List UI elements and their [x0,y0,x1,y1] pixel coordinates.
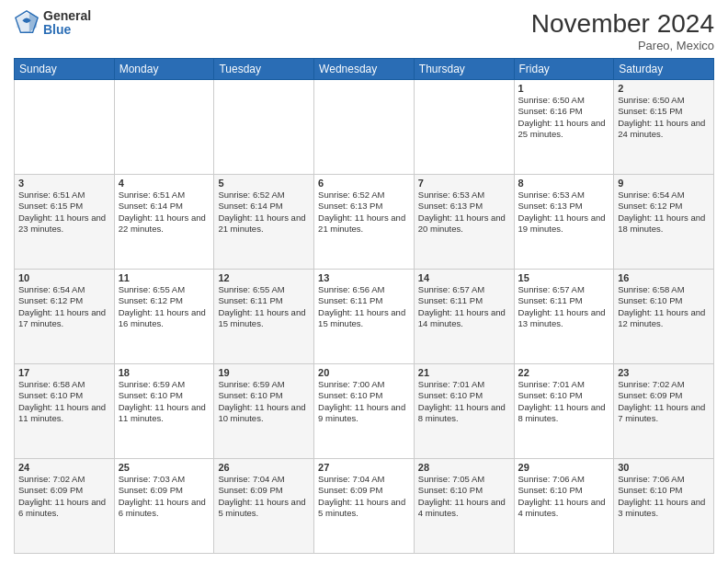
logo-icon [14,10,40,36]
logo-blue: Blue [43,23,91,37]
day-number: 12 [218,272,310,283]
calendar-cell: 18Sunrise: 6:59 AMSunset: 6:10 PMDayligh… [114,364,214,459]
calendar-cell: 8Sunrise: 6:53 AMSunset: 6:13 PMDaylight… [514,175,614,270]
calendar-week-row: 24Sunrise: 7:02 AMSunset: 6:09 PMDayligh… [15,459,714,554]
day-number: 3 [18,178,110,189]
day-info: Sunrise: 6:54 AM [18,284,110,295]
day-info: Sunset: 6:14 PM [218,201,310,212]
day-info: Sunset: 6:13 PM [518,201,610,212]
day-info: Sunrise: 6:56 AM [318,284,410,295]
day-info: Daylight: 11 hours and 15 minutes. [218,307,310,330]
day-number: 25 [119,462,210,473]
day-info: Sunset: 6:10 PM [418,390,510,401]
day-info: Daylight: 11 hours and 24 minutes. [618,118,710,141]
day-info: Sunset: 6:12 PM [119,295,210,306]
day-info: Daylight: 11 hours and 25 minutes. [518,118,610,141]
day-info: Daylight: 11 hours and 11 minutes. [119,402,210,425]
calendar-cell [214,80,314,175]
day-info: Daylight: 11 hours and 6 minutes. [18,497,110,520]
calendar-cell: 28Sunrise: 7:05 AMSunset: 6:10 PMDayligh… [414,459,514,554]
day-number: 1 [518,83,610,94]
calendar-cell: 10Sunrise: 6:54 AMSunset: 6:12 PMDayligh… [15,270,115,364]
day-info: Sunrise: 7:04 AM [318,474,410,485]
weekday-header-row: SundayMondayTuesdayWednesdayThursdayFrid… [15,59,714,80]
day-info: Sunrise: 7:05 AM [418,474,510,485]
title-block: November 2024 Pareo, Mexico [531,9,714,52]
day-number: 18 [119,367,210,378]
day-number: 14 [418,272,510,283]
calendar-cell: 23Sunrise: 7:02 AMSunset: 6:09 PMDayligh… [614,364,714,459]
day-info: Sunrise: 7:06 AM [618,474,710,485]
day-info: Sunset: 6:13 PM [418,201,510,212]
calendar-cell: 6Sunrise: 6:52 AMSunset: 6:13 PMDaylight… [314,175,415,270]
day-info: Daylight: 11 hours and 4 minutes. [518,497,610,520]
day-info: Sunset: 6:10 PM [18,390,110,401]
calendar-cell: 12Sunrise: 6:55 AMSunset: 6:11 PMDayligh… [214,270,314,364]
day-info: Daylight: 11 hours and 10 minutes. [218,402,310,425]
day-info: Sunset: 6:10 PM [518,390,610,401]
day-info: Daylight: 11 hours and 16 minutes. [119,307,210,330]
day-info: Sunrise: 6:50 AM [618,95,710,106]
day-info: Sunrise: 6:53 AM [518,190,610,201]
calendar-cell: 11Sunrise: 6:55 AMSunset: 6:12 PMDayligh… [114,270,214,364]
header: General Blue November 2024 Pareo, Mexico [14,9,714,52]
calendar-cell: 29Sunrise: 7:06 AMSunset: 6:10 PMDayligh… [514,459,614,554]
day-info: Sunset: 6:10 PM [318,390,410,401]
day-info: Daylight: 11 hours and 18 minutes. [618,213,710,236]
day-info: Daylight: 11 hours and 15 minutes. [318,307,410,330]
day-info: Sunrise: 7:06 AM [518,474,610,485]
day-info: Sunset: 6:13 PM [318,201,410,212]
day-info: Sunset: 6:09 PM [318,485,410,496]
day-number: 19 [218,367,310,378]
day-number: 11 [119,272,210,283]
day-info: Daylight: 11 hours and 11 minutes. [18,402,110,425]
day-number: 28 [418,462,510,473]
calendar-cell: 27Sunrise: 7:04 AMSunset: 6:09 PMDayligh… [314,459,415,554]
day-info: Sunrise: 6:55 AM [218,284,310,295]
day-info: Sunset: 6:10 PM [518,485,610,496]
day-info: Daylight: 11 hours and 13 minutes. [518,307,610,330]
calendar-cell: 14Sunrise: 6:57 AMSunset: 6:11 PMDayligh… [414,270,514,364]
calendar-cell: 4Sunrise: 6:51 AMSunset: 6:14 PMDaylight… [114,175,214,270]
day-info: Sunset: 6:09 PM [18,485,110,496]
calendar-cell: 15Sunrise: 6:57 AMSunset: 6:11 PMDayligh… [514,270,614,364]
day-info: Sunset: 6:09 PM [218,485,310,496]
day-info: Daylight: 11 hours and 9 minutes. [318,402,410,425]
day-info: Sunrise: 6:57 AM [418,284,510,295]
day-number: 17 [18,367,110,378]
day-number: 15 [518,272,610,283]
day-number: 16 [618,272,710,283]
calendar-cell [114,80,214,175]
calendar-cell: 21Sunrise: 7:01 AMSunset: 6:10 PMDayligh… [414,364,514,459]
weekday-header: Sunday [15,59,115,80]
day-info: Sunset: 6:14 PM [119,201,210,212]
day-number: 6 [318,178,410,189]
day-info: Sunrise: 7:00 AM [318,379,410,390]
calendar-cell: 24Sunrise: 7:02 AMSunset: 6:09 PMDayligh… [15,459,115,554]
day-info: Sunset: 6:10 PM [218,390,310,401]
day-info: Sunset: 6:11 PM [518,295,610,306]
day-number: 4 [119,178,210,189]
day-info: Daylight: 11 hours and 6 minutes. [119,497,210,520]
day-info: Daylight: 11 hours and 4 minutes. [418,497,510,520]
day-number: 9 [618,178,710,189]
calendar-cell [314,80,415,175]
day-info: Sunrise: 6:52 AM [218,190,310,201]
day-number: 26 [218,462,310,473]
day-info: Daylight: 11 hours and 23 minutes. [18,213,110,236]
calendar-cell: 5Sunrise: 6:52 AMSunset: 6:14 PMDaylight… [214,175,314,270]
calendar-week-row: 1Sunrise: 6:50 AMSunset: 6:16 PMDaylight… [15,80,714,175]
calendar-cell: 2Sunrise: 6:50 AMSunset: 6:15 PMDaylight… [614,80,714,175]
weekday-header: Tuesday [214,59,314,80]
day-info: Sunrise: 6:58 AM [18,379,110,390]
day-info: Sunrise: 6:55 AM [119,284,210,295]
day-number: 23 [618,367,710,378]
day-info: Sunrise: 7:01 AM [418,379,510,390]
day-info: Sunset: 6:11 PM [418,295,510,306]
day-info: Sunrise: 6:51 AM [119,190,210,201]
day-info: Daylight: 11 hours and 8 minutes. [418,402,510,425]
page: General Blue November 2024 Pareo, Mexico… [0,0,728,563]
calendar-cell: 22Sunrise: 7:01 AMSunset: 6:10 PMDayligh… [514,364,614,459]
day-info: Daylight: 11 hours and 5 minutes. [218,497,310,520]
day-info: Daylight: 11 hours and 14 minutes. [418,307,510,330]
